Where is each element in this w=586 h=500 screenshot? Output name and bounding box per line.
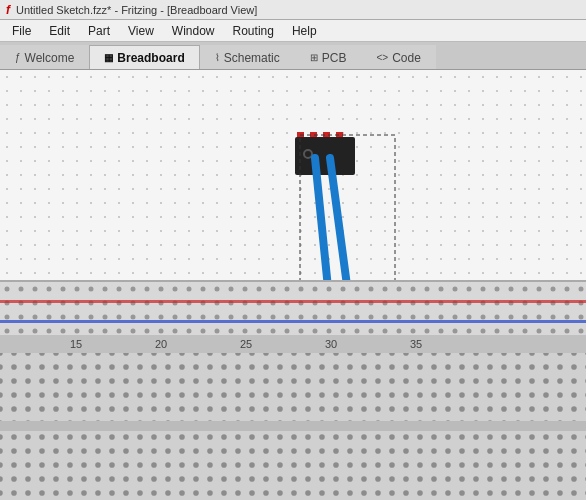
tab-pcb[interactable]: ⊞ PCB (295, 45, 362, 69)
tab-schematic-label: Schematic (224, 51, 280, 65)
tab-bar: ƒ Welcome ▦ Breadboard ⌇ Schematic ⊞ PCB… (0, 42, 586, 70)
tab-welcome[interactable]: ƒ Welcome (0, 45, 89, 69)
breadboard: 15 20 25 30 35 (0, 280, 586, 500)
menu-edit[interactable]: Edit (41, 22, 78, 40)
ruler-label-15: 15 (70, 338, 82, 350)
ruler-label-35: 35 (410, 338, 422, 350)
pcb-icon: ⊞ (310, 52, 318, 63)
tab-welcome-label: Welcome (25, 51, 75, 65)
title-text: Untitled Sketch.fzz* - Fritzing - [Bread… (16, 4, 257, 16)
menu-window[interactable]: Window (164, 22, 223, 40)
svg-rect-16 (0, 282, 586, 337)
ic-component (287, 132, 362, 177)
menu-routing[interactable]: Routing (225, 22, 282, 40)
menu-view[interactable]: View (120, 22, 162, 40)
ruler-label-30: 30 (325, 338, 337, 350)
tab-code-label: Code (392, 51, 421, 65)
welcome-icon: ƒ (15, 52, 21, 63)
tab-breadboard[interactable]: ▦ Breadboard (89, 45, 199, 69)
tab-code[interactable]: <> Code (361, 45, 435, 69)
title-bar: f Untitled Sketch.fzz* - Fritzing - [Bre… (0, 0, 586, 20)
menu-bar: File Edit Part View Window Routing Help (0, 20, 586, 42)
tab-breadboard-label: Breadboard (117, 51, 184, 65)
code-icon: <> (376, 52, 388, 63)
ruler-label-20: 20 (155, 338, 167, 350)
breadboard-icon: ▦ (104, 52, 113, 63)
schematic-icon: ⌇ (215, 52, 220, 63)
tab-pcb-label: PCB (322, 51, 347, 65)
canvas-area[interactable]: 15 20 25 30 35 (0, 70, 586, 500)
tab-schematic[interactable]: ⌇ Schematic (200, 45, 295, 69)
menu-file[interactable]: File (4, 22, 39, 40)
ruler-label-25: 25 (240, 338, 252, 350)
menu-part[interactable]: Part (80, 22, 118, 40)
ic-body (295, 137, 355, 175)
menu-help[interactable]: Help (284, 22, 325, 40)
app-icon: f (6, 3, 10, 17)
